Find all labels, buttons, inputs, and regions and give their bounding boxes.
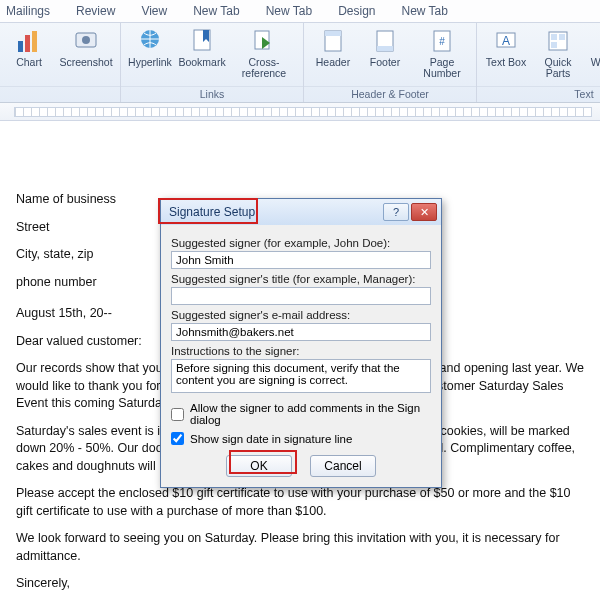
- quickparts-icon: [544, 27, 572, 55]
- header-icon: [319, 27, 347, 55]
- allow-comments-checkbox[interactable]: [171, 408, 184, 421]
- svg-rect-0: [18, 41, 23, 52]
- footer-icon: [371, 27, 399, 55]
- signer-title-input[interactable]: [171, 287, 431, 305]
- help-button[interactable]: ?: [383, 203, 409, 221]
- btn-page-number[interactable]: # Page Number: [414, 27, 470, 79]
- btn-cross-reference[interactable]: Cross-reference: [231, 27, 297, 79]
- btn-chart[interactable]: Chart: [6, 27, 52, 68]
- group-links-label: Links: [121, 86, 303, 102]
- svg-rect-9: [325, 31, 341, 36]
- tab-mailings[interactable]: Mailings: [2, 2, 54, 20]
- tab-new-2[interactable]: New Tab: [262, 2, 316, 20]
- svg-text:A: A: [502, 34, 510, 48]
- signer-email-input[interactable]: [171, 323, 431, 341]
- btn-text-box[interactable]: A Text Box: [483, 27, 529, 68]
- btn-quick-parts[interactable]: Quick Parts: [535, 27, 581, 79]
- instructions-label: Instructions to the signer:: [171, 345, 431, 357]
- btn-hyperlink[interactable]: Hyperlink: [127, 27, 173, 68]
- show-date-checkbox[interactable]: [171, 432, 184, 445]
- letter-para-3: Please accept the enclosed $10 gift cert…: [16, 485, 584, 520]
- close-button[interactable]: ✕: [411, 203, 437, 221]
- signer-input[interactable]: [171, 251, 431, 269]
- tab-new-3[interactable]: New Tab: [398, 2, 452, 20]
- svg-rect-18: [559, 34, 565, 40]
- signer-title-label: Suggested signer's title (for example, M…: [171, 273, 431, 285]
- hyperlink-icon: [136, 27, 164, 55]
- svg-rect-1: [25, 35, 30, 52]
- svg-point-4: [82, 36, 90, 44]
- tab-design[interactable]: Design: [334, 2, 379, 20]
- instructions-textarea[interactable]: [171, 359, 431, 393]
- letter-closing: Sincerely,: [16, 575, 584, 593]
- btn-wordart[interactable]: A WordArt: [587, 27, 600, 68]
- btn-footer[interactable]: Footer: [362, 27, 408, 68]
- allow-comments-row[interactable]: Allow the signer to add comments in the …: [171, 402, 431, 426]
- wordart-icon: A: [596, 27, 600, 55]
- group-hf-label: Header & Footer: [304, 86, 476, 102]
- dialog-title: Signature Setup: [169, 205, 255, 219]
- group-illustrations-label: [0, 86, 120, 102]
- btn-bookmark[interactable]: Bookmark: [179, 27, 225, 68]
- textbox-icon: A: [492, 27, 520, 55]
- signature-setup-dialog: Signature Setup ? ✕ Suggested signer (fo…: [160, 198, 442, 488]
- page-number-icon: #: [428, 27, 456, 55]
- ribbon-tab-strip: Mailings Review View New Tab New Tab Des…: [0, 0, 600, 23]
- svg-rect-17: [551, 34, 557, 40]
- cancel-button[interactable]: Cancel: [310, 455, 376, 477]
- btn-screenshot[interactable]: Screenshot: [58, 27, 114, 68]
- letter-para-4: We look forward to seeing you on Saturda…: [16, 530, 584, 565]
- crossref-icon: [250, 27, 278, 55]
- chart-icon: [15, 27, 43, 55]
- signer-label: Suggested signer (for example, John Doe)…: [171, 237, 431, 249]
- tab-new-1[interactable]: New Tab: [189, 2, 243, 20]
- show-date-row[interactable]: Show sign date in signature line: [171, 432, 431, 445]
- svg-rect-11: [377, 46, 393, 51]
- svg-rect-19: [551, 42, 557, 48]
- tab-review[interactable]: Review: [72, 2, 119, 20]
- dialog-titlebar[interactable]: Signature Setup ? ✕: [161, 199, 441, 225]
- tab-view[interactable]: View: [137, 2, 171, 20]
- svg-rect-2: [32, 31, 37, 52]
- signer-email-label: Suggested signer's e-mail address:: [171, 309, 431, 321]
- ok-button[interactable]: OK: [226, 455, 292, 477]
- ribbon: Chart Screenshot Hyperlink: [0, 23, 600, 103]
- svg-text:#: #: [439, 36, 445, 47]
- group-text-label: Text: [477, 86, 600, 102]
- screenshot-icon: [72, 27, 100, 55]
- btn-header[interactable]: Header: [310, 27, 356, 68]
- horizontal-ruler[interactable]: [0, 103, 600, 121]
- bookmark-icon: [188, 27, 216, 55]
